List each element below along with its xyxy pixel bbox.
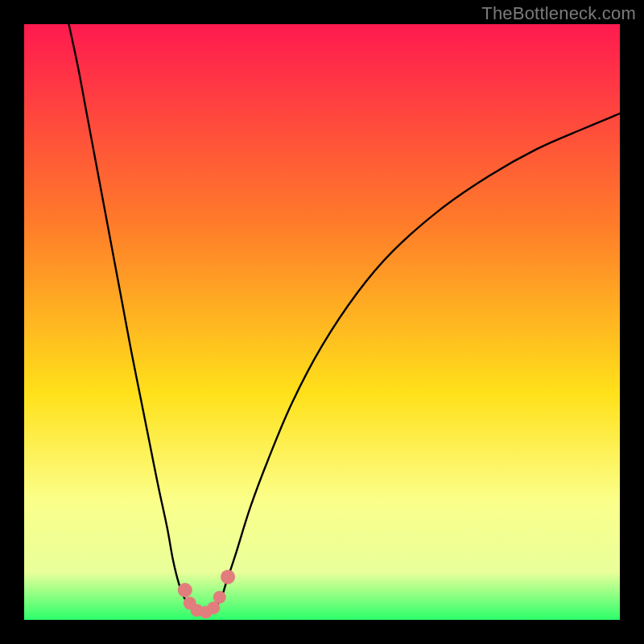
chart-frame: TheBottleneck.com (0, 0, 644, 644)
marker-dot (178, 583, 192, 597)
marker-dot (221, 570, 235, 584)
plot-area (24, 24, 620, 620)
plot-svg (24, 24, 620, 620)
gradient-background (24, 24, 620, 620)
marker-dot (213, 591, 226, 604)
attribution-text: TheBottleneck.com (481, 3, 636, 24)
